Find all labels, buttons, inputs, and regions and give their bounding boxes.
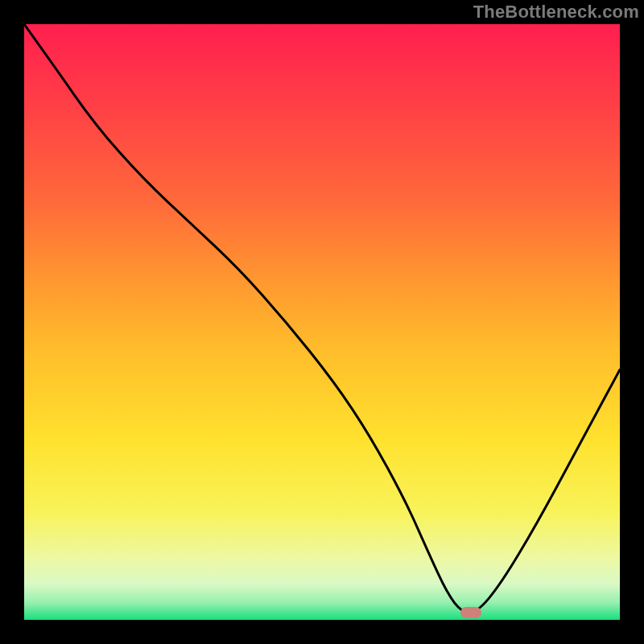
- optimal-point-marker: [460, 607, 481, 618]
- watermark-text: TheBottleneck.com: [473, 2, 639, 23]
- bottleneck-curve-path: [24, 24, 620, 613]
- plot-area: [24, 24, 620, 620]
- chart-frame: TheBottleneck.com: [0, 0, 644, 644]
- bottleneck-curve: [24, 24, 620, 620]
